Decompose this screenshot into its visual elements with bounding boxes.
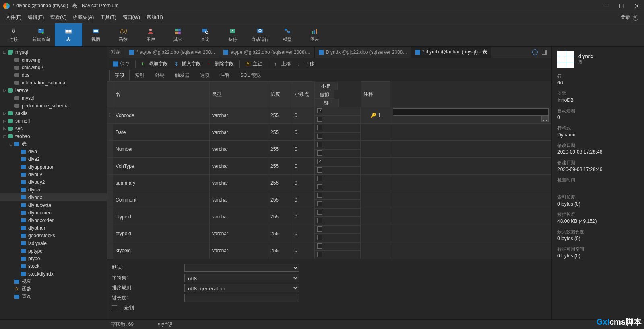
- col-name[interactable]: 名: [113, 82, 210, 107]
- design-tab-0[interactable]: 字段: [109, 70, 130, 81]
- table-goodsstocks[interactable]: goodsstocks: [0, 232, 107, 239]
- menu-item[interactable]: 查看(V): [47, 12, 70, 23]
- toolbar-model[interactable]: 模型: [274, 23, 301, 46]
- db-dbs[interactable]: dbs: [0, 71, 107, 79]
- notnull-checkbox[interactable]: [317, 142, 322, 147]
- db-mysql[interactable]: mysql: [0, 94, 107, 102]
- charset-select[interactable]: utf8: [184, 274, 299, 282]
- field-row[interactable]: ktypeidvarchar2550: [107, 242, 551, 259]
- table-isdlysale[interactable]: isdlysale: [0, 239, 107, 247]
- menu-item[interactable]: 收藏夹(A): [70, 12, 97, 23]
- virtual-checkbox[interactable]: [317, 184, 322, 189]
- design-tab-1[interactable]: 索引: [130, 70, 150, 81]
- field-row[interactable]: IVchcodevarchar2550🔑 1…: [107, 107, 551, 124]
- notnull-checkbox[interactable]: [317, 193, 322, 198]
- maximize-button[interactable]: ☐: [617, 3, 625, 9]
- insert-field-button[interactable]: 插入字段: [172, 59, 203, 68]
- table-stock[interactable]: stock: [0, 262, 107, 270]
- notnull-checkbox[interactable]: [317, 108, 322, 113]
- menu-item[interactable]: 编辑(E): [25, 12, 47, 23]
- field-row[interactable]: summaryvarchar2550: [107, 175, 551, 191]
- toolbar-view[interactable]: 视图: [82, 23, 109, 46]
- tables-node[interactable]: ▢表: [0, 140, 107, 148]
- db-sakila[interactable]: ▷sakila: [0, 109, 107, 117]
- db-cmswing[interactable]: cmswing: [0, 56, 107, 64]
- notnull-checkbox[interactable]: [317, 243, 322, 249]
- col-type[interactable]: 类型: [210, 82, 268, 107]
- db-sys[interactable]: ▷sys: [0, 125, 107, 132]
- toolbar-fx[interactable]: f(x)函数: [109, 23, 137, 46]
- field-row[interactable]: Datevarchar2550: [107, 124, 551, 141]
- db-information_schema[interactable]: information_schema: [0, 79, 107, 86]
- node-视图[interactable]: 视图: [0, 278, 107, 285]
- info-icon[interactable]: i: [532, 49, 538, 55]
- delete-field-button[interactable]: 删除字段: [205, 59, 236, 68]
- notnull-checkbox[interactable]: [317, 176, 322, 181]
- virtual-checkbox[interactable]: [317, 218, 322, 223]
- table-ptype[interactable]: ptype: [0, 255, 107, 262]
- design-tab-5[interactable]: 注释: [215, 70, 235, 81]
- field-row[interactable]: Commentvarchar2550: [107, 191, 551, 208]
- virtual-checkbox[interactable]: [317, 201, 322, 206]
- toolbar-user[interactable]: 用户: [137, 23, 164, 46]
- toolbar-auto[interactable]: 自动运行: [246, 23, 274, 46]
- table-dlyndxmen[interactable]: dlyndxmen: [0, 209, 107, 216]
- table-dlybuy[interactable]: dlybuy: [0, 171, 107, 178]
- table-pptype[interactable]: pptype: [0, 247, 107, 255]
- default-select[interactable]: [184, 264, 299, 272]
- table-dlya2[interactable]: dlya2: [0, 155, 107, 163]
- fields-grid-wrap[interactable]: 名 类型 长度 小数点 不是 null 虚拟 键 注释 IVchcodevarc…: [107, 81, 551, 259]
- field-row[interactable]: etypeidvarchar2550: [107, 225, 551, 242]
- comment-input[interactable]: [393, 108, 549, 116]
- menu-item[interactable]: 文件(F): [2, 12, 25, 23]
- table-dlyndx[interactable]: dlyndx: [0, 193, 107, 201]
- table-dlyapportion[interactable]: dlyapportion: [0, 163, 107, 171]
- keylen-input[interactable]: [184, 294, 299, 302]
- table-dlyndxorder[interactable]: dlyndxorder: [0, 216, 107, 224]
- table-dlyother[interactable]: dlyother: [0, 224, 107, 232]
- field-row[interactable]: VchTypevarchar2550: [107, 158, 551, 175]
- table-stockdlyndx[interactable]: stockdlyndx: [0, 270, 107, 278]
- table-dlya[interactable]: dlya: [0, 148, 107, 155]
- toolbar-backup[interactable]: 备份: [219, 23, 246, 46]
- db-surnoff[interactable]: ▷surnoff: [0, 117, 107, 125]
- add-field-button[interactable]: 添加字段: [139, 59, 170, 68]
- field-row[interactable]: Numbervarchar2550: [107, 141, 551, 158]
- minimize-button[interactable]: ─: [602, 3, 610, 9]
- doc-tab[interactable]: * atype @gjp22.dbo (sqlserver 200...: [125, 47, 219, 58]
- move-up-button[interactable]: 上移: [272, 59, 293, 68]
- notnull-checkbox[interactable]: [317, 226, 322, 232]
- menu-item[interactable]: 窗口(W): [120, 12, 143, 23]
- doc-tab[interactable]: Dlyndx @gjp22.dbo (sqlserver 2008...: [315, 47, 411, 58]
- connection-tree[interactable]: ▢mysqlcmswingcmswing2dbsinformation_sche…: [0, 47, 107, 319]
- virtual-checkbox[interactable]: [317, 252, 322, 257]
- col-decimals[interactable]: 小数点: [292, 82, 314, 107]
- node-查询[interactable]: 查询: [0, 293, 107, 300]
- virtual-checkbox[interactable]: [317, 235, 322, 240]
- login-link[interactable]: 登录: [621, 14, 630, 21]
- binary-checkbox[interactable]: [112, 305, 117, 310]
- virtual-checkbox[interactable]: [317, 134, 322, 139]
- close-button[interactable]: ✕: [633, 3, 641, 9]
- toolbar-table[interactable]: 表: [55, 23, 82, 46]
- table-dlybuy2[interactable]: dlybuy2: [0, 178, 107, 186]
- user-icon[interactable]: [633, 15, 638, 21]
- virtual-checkbox[interactable]: [317, 117, 322, 122]
- db-cmswing2[interactable]: cmswing2: [0, 64, 107, 71]
- connection-mysql[interactable]: ▢mysql: [0, 48, 107, 56]
- save-button[interactable]: 保存: [110, 59, 132, 68]
- primary-key-button[interactable]: 主键: [243, 59, 265, 68]
- toolbar-chart[interactable]: 图表: [301, 23, 328, 46]
- doc-tab[interactable]: 对象: [107, 47, 125, 58]
- virtual-checkbox[interactable]: [317, 150, 322, 156]
- menu-item[interactable]: 工具(T): [97, 12, 119, 23]
- col-notnull[interactable]: 不是 null: [314, 82, 338, 90]
- notnull-checkbox[interactable]: [317, 125, 322, 130]
- table-dlycw[interactable]: dlycw: [0, 186, 107, 193]
- field-row[interactable]: ktypeid2varchar2550: [107, 259, 551, 259]
- notnull-checkbox[interactable]: [317, 210, 322, 215]
- design-tab-2[interactable]: 外键: [150, 70, 170, 81]
- doc-tab[interactable]: atype @gjp22.dbo (sqlserver 2008)...: [219, 47, 315, 58]
- design-tab-4[interactable]: 选项: [195, 70, 215, 81]
- toolbar-other[interactable]: 其它: [164, 23, 192, 46]
